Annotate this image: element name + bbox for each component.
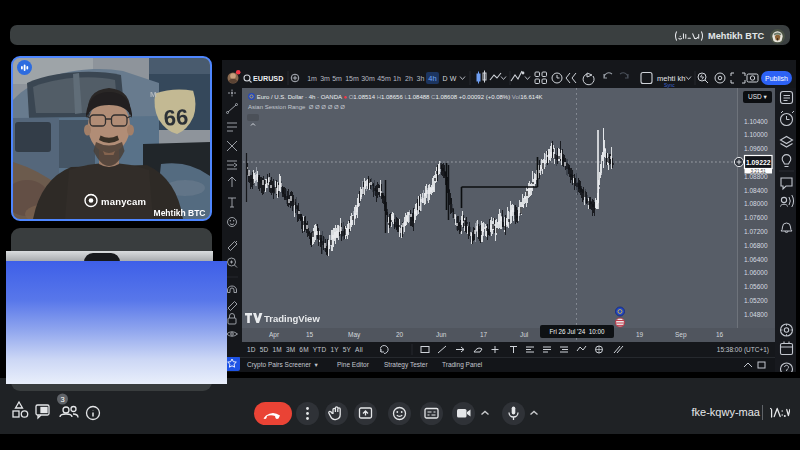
svg-text:1m: 1m xyxy=(307,75,317,82)
svg-text:TradingView: TradingView xyxy=(264,313,320,324)
svg-text:4h: 4h xyxy=(428,74,436,83)
svg-text:1h: 1h xyxy=(393,75,401,82)
svg-text:3m: 3m xyxy=(320,75,330,82)
svg-text:Mehtikh BTC: Mehtikh BTC xyxy=(154,208,206,218)
svg-text:1.09222: 1.09222 xyxy=(746,159,771,166)
svg-text:3h: 3h xyxy=(417,75,425,82)
svg-text:W: W xyxy=(450,75,457,82)
svg-text:5m: 5m xyxy=(332,75,342,82)
svg-text:Sync: Sync xyxy=(664,83,675,88)
svg-text:15m: 15m xyxy=(345,75,359,82)
svg-text:45m: 45m xyxy=(377,75,391,82)
svg-text:3: 3 xyxy=(60,395,64,404)
svg-text:Publish: Publish xyxy=(765,75,788,82)
svg-text:D: D xyxy=(442,75,447,82)
svg-text:3:21:51: 3:21:51 xyxy=(751,169,767,174)
svg-text:2h: 2h xyxy=(405,75,413,82)
svg-text:30m: 30m xyxy=(361,75,375,82)
svg-text:EURUSD: EURUSD xyxy=(253,74,283,83)
svg-text:manycam: manycam xyxy=(101,196,146,207)
svg-text:mehti kh: mehti kh xyxy=(657,74,685,83)
